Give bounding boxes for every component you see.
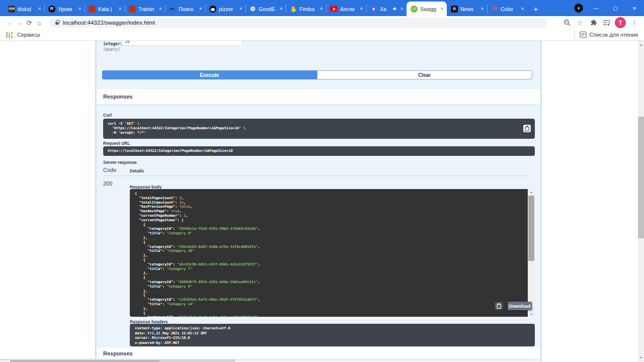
page-content: integer($int32) (query) Execute Clear Re… bbox=[0, 41, 644, 361]
close-window-button[interactable]: ✕ bbox=[625, 0, 644, 16]
tab-kata[interactable]: Kata |✕ bbox=[85, 2, 125, 16]
bookmarks-bar: Сервисы Список для чтения bbox=[0, 29, 644, 41]
tab-close-icon[interactable]: ✕ bbox=[360, 7, 363, 11]
media-controls-icon[interactable] bbox=[600, 20, 613, 26]
curl-command-block: curl -X 'GET' \ 'https://localhost:44322… bbox=[103, 119, 535, 139]
tab-title: News bbox=[460, 6, 478, 12]
chevron-down-icon: ▾ bbox=[578, 6, 580, 11]
extensions-puzzle-icon[interactable] bbox=[587, 19, 600, 26]
curl-command-code: curl -X 'GET' \ 'https://localhost:44322… bbox=[108, 122, 530, 135]
apps-grid-icon[interactable] bbox=[6, 32, 13, 38]
download-button[interactable]: Download bbox=[508, 302, 532, 310]
tab-close-icon[interactable]: ✕ bbox=[78, 7, 82, 11]
request-url-value: https://localhost:44322/Categories?PageN… bbox=[108, 149, 530, 153]
tab-title: Поиск bbox=[179, 6, 196, 12]
zoom-icon[interactable] bbox=[560, 19, 574, 27]
parameter-value-input[interactable] bbox=[121, 41, 243, 46]
url-text[interactable]: localhost:44322/swagger/index.html bbox=[63, 20, 155, 26]
page-scrollbar-thumb[interactable] bbox=[638, 117, 644, 238]
menu-kebab-icon[interactable]: ⋮ bbox=[628, 19, 641, 27]
tab-close-icon[interactable]: ✕ bbox=[38, 7, 41, 11]
tab-close-icon[interactable]: ✕ bbox=[118, 7, 122, 11]
response-headers-code: content-type: application/json; charset=… bbox=[135, 326, 530, 345]
scroll-down-icon[interactable]: ▼ bbox=[528, 311, 535, 317]
profile-avatar[interactable]: T bbox=[615, 17, 626, 28]
reload-icon[interactable]: ⟳ bbox=[24, 19, 34, 27]
tab-title: Xa bbox=[380, 6, 390, 12]
window-controls: — ▢ ✕ bbox=[587, 0, 644, 16]
firebase-favicon-icon bbox=[290, 6, 297, 13]
tab-fireba[interactable]: Fireba✕ bbox=[286, 2, 326, 16]
tab-title: Kata | bbox=[98, 6, 116, 12]
tab-англи[interactable]: Англи✕ bbox=[326, 2, 366, 16]
browser-window: DSMdiskst✕RУроки✕Kata |✕Trainin✕ch.Поиск… bbox=[0, 0, 644, 361]
reading-list-label[interactable]: Список для чтения bbox=[590, 32, 638, 38]
tab-close-icon[interactable]: ✕ bbox=[279, 7, 283, 11]
services-bookmark[interactable]: Сервисы bbox=[17, 32, 40, 38]
tab-audio-speaker-icon[interactable] bbox=[393, 7, 397, 11]
tab-title: Swagg bbox=[420, 6, 438, 12]
execute-button[interactable]: Execute bbox=[102, 70, 317, 79]
tab-xa[interactable]: Xa✕ bbox=[366, 2, 407, 16]
tab-title: Color bbox=[501, 6, 518, 12]
tab-close-icon[interactable]: ✕ bbox=[480, 7, 484, 11]
minimize-button[interactable]: — bbox=[587, 0, 606, 16]
codewars-favicon-icon bbox=[89, 6, 96, 13]
copy-curl-icon[interactable] bbox=[523, 125, 531, 132]
tab-color[interactable]: MColor✕ bbox=[487, 2, 527, 16]
scroll-up-icon[interactable]: ▲ bbox=[528, 189, 535, 195]
tab-diskst[interactable]: DSMdiskst✕ bbox=[4, 2, 44, 16]
request-url-block: https://localhost:44322/Categories?PageN… bbox=[103, 146, 535, 156]
responses-section-header: Responses bbox=[96, 89, 541, 104]
tab-close-icon[interactable]: ✕ bbox=[440, 7, 444, 11]
page-scroll-down-icon[interactable]: ▼ bbox=[638, 354, 644, 360]
material-favicon-icon: M bbox=[491, 6, 498, 13]
tab-news[interactable]: ANews✕ bbox=[447, 2, 487, 16]
copy-response-icon[interactable] bbox=[495, 302, 503, 310]
table-header-divider bbox=[103, 175, 528, 176]
tab-goode[interactable]: GGoodE✕ bbox=[246, 2, 286, 16]
tab-поиск[interactable]: ch.Поиск✕ bbox=[165, 2, 205, 16]
status-code-value: 200 bbox=[103, 180, 112, 187]
tab-search-button[interactable]: ▾ bbox=[574, 4, 583, 13]
youtube-favicon-icon bbox=[330, 6, 338, 12]
back-icon[interactable]: ← bbox=[4, 19, 14, 27]
g-circle-favicon-icon: G bbox=[250, 6, 256, 12]
reading-list-icon[interactable] bbox=[580, 31, 587, 38]
code-column-header: Code bbox=[103, 167, 116, 173]
responses-bottom-section-header: Responses bbox=[96, 347, 541, 359]
forward-icon[interactable]: → bbox=[14, 19, 24, 27]
status-bubble-clipped bbox=[0, 359, 234, 361]
tab-title: Англи bbox=[340, 6, 357, 12]
tab-title: GoodE bbox=[259, 6, 277, 12]
codewars-favicon-icon bbox=[129, 6, 136, 13]
tab-close-icon[interactable]: ✕ bbox=[239, 7, 243, 11]
bookmark-star-icon[interactable]: ☆ bbox=[574, 19, 587, 27]
response-body-code: { "totalPagesCount": 3, "totalItemsCount… bbox=[130, 189, 528, 317]
page-scrollbar[interactable]: ▲ ▼ bbox=[638, 41, 644, 361]
response-scrollbar-thumb[interactable] bbox=[528, 196, 534, 261]
responses-title: Responses bbox=[103, 94, 133, 100]
new-tab-button[interactable]: + bbox=[529, 2, 542, 15]
tab-close-icon[interactable]: ✕ bbox=[199, 7, 202, 11]
tab-title: Fireba bbox=[299, 6, 317, 12]
response-body-scrollbar[interactable]: ▲ ▼ bbox=[528, 189, 535, 317]
tab-trainin[interactable]: Trainin✕ bbox=[125, 2, 165, 16]
r-circle-favicon-icon: R bbox=[48, 6, 55, 13]
tab-title: diskst bbox=[18, 6, 35, 12]
maximize-button[interactable]: ▢ bbox=[606, 0, 625, 16]
tab-strip: DSMdiskst✕RУроки✕Kata |✕Trainin✕ch.Поиск… bbox=[0, 0, 644, 16]
tab-close-icon[interactable]: ✕ bbox=[319, 7, 323, 11]
tab-close-icon[interactable]: ✕ bbox=[521, 7, 524, 11]
page-scroll-up-icon[interactable]: ▲ bbox=[638, 42, 644, 48]
dsm-favicon-icon: DSM bbox=[8, 6, 15, 13]
url-bar[interactable]: localhost:44322/swagger/index.html bbox=[49, 18, 547, 28]
clear-button[interactable]: Clear bbox=[317, 70, 533, 79]
details-column-header: Details bbox=[130, 168, 144, 173]
tab-pizzer[interactable]: pizzer✕ bbox=[205, 2, 246, 16]
tab-swagg[interactable]: Swagg✕ bbox=[407, 2, 447, 16]
tab-close-icon[interactable]: ✕ bbox=[158, 7, 162, 11]
tab-уроки[interactable]: RУроки✕ bbox=[44, 2, 85, 16]
tab-close-icon[interactable]: ✕ bbox=[400, 7, 404, 11]
home-icon[interactable]: ⌂ bbox=[34, 19, 44, 27]
